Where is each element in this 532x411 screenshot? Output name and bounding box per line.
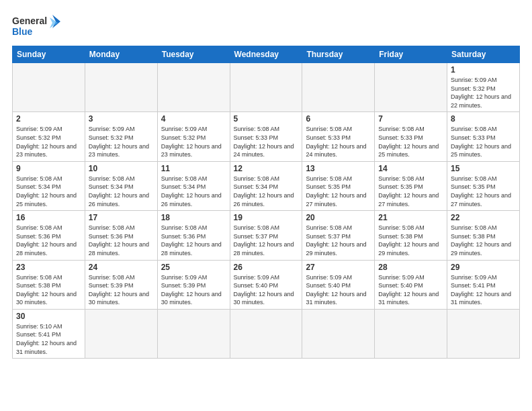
calendar-cell: 13Sunrise: 5:08 AM Sunset: 5:35 PM Dayli… <box>302 161 375 210</box>
day-number: 8 <box>451 114 516 124</box>
day-number: 11 <box>161 164 226 173</box>
calendar-week-1: 1Sunrise: 5:09 AM Sunset: 5:32 PM Daylig… <box>13 63 520 112</box>
calendar-cell: 27Sunrise: 5:09 AM Sunset: 5:40 PM Dayli… <box>302 260 375 309</box>
day-info: Sunrise: 5:08 AM Sunset: 5:35 PM Dayligh… <box>378 175 443 208</box>
day-number: 15 <box>451 164 516 173</box>
day-number: 24 <box>89 263 154 272</box>
weekday-header-friday: Friday <box>375 46 447 63</box>
day-number: 12 <box>234 164 299 173</box>
day-number: 6 <box>306 114 371 124</box>
weekday-header-wednesday: Wednesday <box>230 46 302 63</box>
calendar-cell: 6Sunrise: 5:08 AM Sunset: 5:33 PM Daylig… <box>302 112 375 161</box>
day-number: 9 <box>16 164 81 173</box>
calendar-cell: 26Sunrise: 5:09 AM Sunset: 5:40 PM Dayli… <box>230 260 302 309</box>
day-number: 22 <box>451 213 516 222</box>
day-info: Sunrise: 5:09 AM Sunset: 5:39 PM Dayligh… <box>161 273 226 307</box>
day-info: Sunrise: 5:08 AM Sunset: 5:35 PM Dayligh… <box>306 175 371 208</box>
calendar-week-2: 2Sunrise: 5:09 AM Sunset: 5:32 PM Daylig… <box>13 112 520 161</box>
day-info: Sunrise: 5:09 AM Sunset: 5:32 PM Dayligh… <box>161 125 226 158</box>
day-info: Sunrise: 5:08 AM Sunset: 5:33 PM Dayligh… <box>451 125 516 158</box>
day-number: 26 <box>234 263 299 272</box>
day-info: Sunrise: 5:08 AM Sunset: 5:36 PM Dayligh… <box>161 224 226 257</box>
day-number: 16 <box>16 213 81 222</box>
day-info: Sunrise: 5:08 AM Sunset: 5:37 PM Dayligh… <box>306 224 371 257</box>
weekday-header-sunday: Sunday <box>13 46 85 63</box>
calendar-cell: 9Sunrise: 5:08 AM Sunset: 5:34 PM Daylig… <box>13 161 85 210</box>
day-info: Sunrise: 5:09 AM Sunset: 5:32 PM Dayligh… <box>89 125 154 158</box>
calendar-cell: 25Sunrise: 5:09 AM Sunset: 5:39 PM Dayli… <box>157 260 230 309</box>
calendar-cell: 8Sunrise: 5:08 AM Sunset: 5:33 PM Daylig… <box>447 112 520 161</box>
calendar-cell <box>375 63 447 112</box>
calendar-cell <box>13 63 85 112</box>
calendar-cell: 30Sunrise: 5:10 AM Sunset: 5:41 PM Dayli… <box>13 309 85 358</box>
calendar-cell: 18Sunrise: 5:08 AM Sunset: 5:36 PM Dayli… <box>157 211 230 260</box>
calendar-cell <box>302 309 375 358</box>
weekday-header-saturday: Saturday <box>447 46 520 63</box>
day-number: 2 <box>16 114 81 124</box>
calendar-cell: 23Sunrise: 5:08 AM Sunset: 5:38 PM Dayli… <box>13 260 85 309</box>
calendar-week-4: 16Sunrise: 5:08 AM Sunset: 5:36 PM Dayli… <box>13 211 520 260</box>
day-number: 27 <box>306 263 371 272</box>
day-number: 14 <box>378 164 443 173</box>
day-number: 4 <box>161 114 226 124</box>
day-info: Sunrise: 5:08 AM Sunset: 5:34 PM Dayligh… <box>16 175 81 208</box>
day-number: 28 <box>378 263 443 272</box>
day-info: Sunrise: 5:09 AM Sunset: 5:40 PM Dayligh… <box>234 273 299 307</box>
day-number: 17 <box>89 213 154 222</box>
calendar-week-3: 9Sunrise: 5:08 AM Sunset: 5:34 PM Daylig… <box>13 161 520 210</box>
calendar-cell: 14Sunrise: 5:08 AM Sunset: 5:35 PM Dayli… <box>375 161 447 210</box>
day-info: Sunrise: 5:08 AM Sunset: 5:38 PM Dayligh… <box>378 224 443 257</box>
calendar-cell: 11Sunrise: 5:08 AM Sunset: 5:34 PM Dayli… <box>157 161 230 210</box>
day-number: 21 <box>378 213 443 222</box>
day-info: Sunrise: 5:09 AM Sunset: 5:41 PM Dayligh… <box>451 273 516 307</box>
calendar-cell: 17Sunrise: 5:08 AM Sunset: 5:36 PM Dayli… <box>85 211 157 260</box>
day-number: 20 <box>306 213 371 222</box>
day-info: Sunrise: 5:08 AM Sunset: 5:36 PM Dayligh… <box>89 224 154 257</box>
calendar-cell: 28Sunrise: 5:09 AM Sunset: 5:40 PM Dayli… <box>375 260 447 309</box>
day-info: Sunrise: 5:09 AM Sunset: 5:32 PM Dayligh… <box>451 76 516 109</box>
calendar-week-5: 23Sunrise: 5:08 AM Sunset: 5:38 PM Dayli… <box>13 260 520 309</box>
header: General Blue <box>12 12 520 40</box>
calendar-cell: 12Sunrise: 5:08 AM Sunset: 5:34 PM Dayli… <box>230 161 302 210</box>
calendar-cell <box>375 309 447 358</box>
day-number: 25 <box>161 263 226 272</box>
day-info: Sunrise: 5:08 AM Sunset: 5:33 PM Dayligh… <box>306 125 371 158</box>
calendar-cell: 29Sunrise: 5:09 AM Sunset: 5:41 PM Dayli… <box>447 260 520 309</box>
calendar-cell <box>302 63 375 112</box>
calendar-cell <box>157 309 230 358</box>
calendar-cell: 19Sunrise: 5:08 AM Sunset: 5:37 PM Dayli… <box>230 211 302 260</box>
day-info: Sunrise: 5:10 AM Sunset: 5:41 PM Dayligh… <box>16 322 81 356</box>
logo-svg: General Blue <box>12 12 60 40</box>
calendar-cell <box>230 63 302 112</box>
calendar-cell <box>447 309 520 358</box>
day-number: 7 <box>378 114 443 124</box>
logo: General Blue <box>12 12 60 40</box>
day-info: Sunrise: 5:08 AM Sunset: 5:38 PM Dayligh… <box>451 224 516 257</box>
calendar-cell: 4Sunrise: 5:09 AM Sunset: 5:32 PM Daylig… <box>157 112 230 161</box>
calendar-cell: 5Sunrise: 5:08 AM Sunset: 5:33 PM Daylig… <box>230 112 302 161</box>
day-number: 30 <box>16 312 81 321</box>
day-number: 10 <box>89 164 154 173</box>
day-info: Sunrise: 5:08 AM Sunset: 5:37 PM Dayligh… <box>234 224 299 257</box>
day-number: 5 <box>234 114 299 124</box>
day-info: Sunrise: 5:08 AM Sunset: 5:36 PM Dayligh… <box>16 224 81 257</box>
day-number: 23 <box>16 263 81 272</box>
calendar-table: SundayMondayTuesdayWednesdayThursdayFrid… <box>12 46 520 359</box>
weekday-header-tuesday: Tuesday <box>157 46 230 63</box>
day-number: 19 <box>234 213 299 222</box>
svg-text:Blue: Blue <box>12 26 33 37</box>
day-info: Sunrise: 5:08 AM Sunset: 5:34 PM Dayligh… <box>234 175 299 208</box>
weekday-header-monday: Monday <box>85 46 157 63</box>
svg-text:General: General <box>12 15 47 26</box>
calendar-cell: 16Sunrise: 5:08 AM Sunset: 5:36 PM Dayli… <box>13 211 85 260</box>
day-number: 29 <box>451 263 516 272</box>
day-info: Sunrise: 5:08 AM Sunset: 5:33 PM Dayligh… <box>234 125 299 158</box>
calendar-cell <box>157 63 230 112</box>
day-info: Sunrise: 5:08 AM Sunset: 5:39 PM Dayligh… <box>89 273 154 307</box>
calendar-header-row: SundayMondayTuesdayWednesdayThursdayFrid… <box>13 46 520 63</box>
page: General Blue SundayMondayTuesdayWednesda… <box>0 0 532 411</box>
calendar-cell: 15Sunrise: 5:08 AM Sunset: 5:35 PM Dayli… <box>447 161 520 210</box>
calendar-cell: 21Sunrise: 5:08 AM Sunset: 5:38 PM Dayli… <box>375 211 447 260</box>
calendar-cell <box>230 309 302 358</box>
calendar-cell: 24Sunrise: 5:08 AM Sunset: 5:39 PM Dayli… <box>85 260 157 309</box>
